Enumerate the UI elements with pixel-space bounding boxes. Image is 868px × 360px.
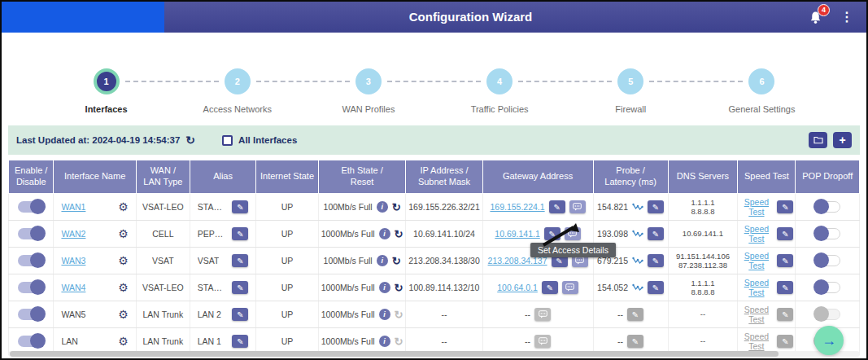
speed-test-link[interactable]: Speed Test: [739, 197, 773, 217]
edit-pencil-icon[interactable]: ✎: [648, 281, 664, 294]
next-step-fab[interactable]: →: [814, 326, 844, 355]
edit-pencil-icon[interactable]: ✎: [648, 200, 664, 213]
cell-ip-address: 213.208.34.138/30: [406, 248, 482, 274]
enable-toggle[interactable]: [18, 336, 44, 347]
reset-icon[interactable]: ↻: [392, 255, 401, 267]
gateway-link[interactable]: 169.155.224.1: [490, 202, 544, 212]
step-general-settings[interactable]: 6General Settings: [696, 68, 827, 125]
cell-interface-name: WAN1⚙: [54, 194, 136, 221]
cell-pop-dropoff: [796, 221, 860, 248]
settings-gear-icon[interactable]: ⚙: [118, 335, 129, 348]
edit-pencil-icon[interactable]: ✎: [777, 281, 793, 294]
cell-alias: LAN 2✎: [190, 301, 256, 328]
cell-enable-disable: [9, 274, 54, 301]
edit-pencil-icon[interactable]: ✎: [648, 254, 664, 267]
step-access-networks[interactable]: 2Access Networks: [172, 68, 303, 125]
cell-alias: STARLINK P...✎: [190, 274, 256, 301]
pop-dropoff-toggle[interactable]: [814, 282, 840, 293]
group-view-button[interactable]: [809, 132, 827, 148]
interface-name-link[interactable]: WAN4: [61, 283, 85, 292]
cell-interface-name: WAN4⚙: [54, 274, 136, 301]
edit-pencil-icon[interactable]: ✎: [232, 227, 248, 240]
step-traffic-policies[interactable]: 4Traffic Policies: [434, 68, 565, 125]
reset-icon[interactable]: ↻: [395, 228, 403, 240]
cell-speed-test: Speed Test✎: [738, 248, 796, 274]
settings-gear-icon[interactable]: ⚙: [118, 227, 129, 240]
edit-pencil-icon[interactable]: ✎: [232, 254, 248, 267]
enable-toggle[interactable]: [18, 255, 44, 266]
cell-ip-address: 100.89.114.132/10: [406, 274, 482, 301]
step-wan-profiles[interactable]: 3WAN Profiles: [303, 68, 434, 125]
add-interface-button[interactable]: +: [833, 132, 852, 148]
access-details-icon[interactable]: [569, 200, 586, 213]
edit-pencil-icon[interactable]: ✎: [542, 281, 558, 294]
step-label: Interfaces: [41, 104, 172, 114]
kebab-menu-icon[interactable]: ⋮: [840, 11, 853, 24]
cell-speed-test: Speed Test✎: [738, 274, 796, 301]
latency-chart-icon[interactable]: [632, 283, 643, 292]
dns-server: 1.1.1.1: [670, 198, 736, 207]
alias-text: STARLINK P...: [198, 283, 229, 292]
reset-icon[interactable]: ↻: [395, 282, 403, 294]
cell-dns-servers: 91.151.144.10687.238.112.38: [668, 248, 738, 274]
latency-chart-icon[interactable]: [632, 229, 643, 239]
pop-dropoff-toggle[interactable]: [814, 228, 840, 239]
cell-speed-test: Speed Test✎: [738, 301, 796, 328]
gateway-link[interactable]: 10.69.141.1: [495, 229, 539, 239]
enable-toggle[interactable]: [18, 228, 44, 239]
info-icon[interactable]: i: [379, 336, 390, 347]
latency-chart-icon[interactable]: [632, 256, 643, 266]
info-icon[interactable]: i: [379, 309, 390, 320]
interface-name-link[interactable]: WAN1: [61, 202, 85, 212]
edit-pencil-icon[interactable]: ✎: [777, 200, 793, 213]
enable-toggle[interactable]: [18, 309, 44, 320]
cell-alias: PEPWAVE✎: [190, 221, 256, 248]
alias-text: LAN 1: [198, 336, 221, 346]
all-interfaces-checkbox[interactable]: [222, 135, 233, 146]
step-number: 3: [355, 68, 382, 94]
edit-pencil-icon[interactable]: ✎: [549, 200, 565, 213]
refresh-icon[interactable]: ↻: [185, 134, 195, 147]
edit-pencil-icon[interactable]: ✎: [648, 227, 664, 240]
speed-test-link[interactable]: Speed Test: [739, 251, 773, 270]
interface-name-link[interactable]: WAN2: [61, 229, 85, 239]
access-details-icon[interactable]: [562, 281, 578, 294]
settings-gear-icon[interactable]: ⚙: [118, 200, 129, 213]
horizontal-scrollbar-thumb[interactable]: [10, 351, 779, 357]
enable-toggle[interactable]: [18, 201, 44, 213]
edit-pencil-icon[interactable]: ✎: [232, 281, 248, 294]
probe-value: 154.821: [597, 202, 628, 212]
edit-pencil-icon[interactable]: ✎: [777, 227, 793, 240]
settings-gear-icon[interactable]: ⚙: [118, 308, 129, 321]
info-icon[interactable]: i: [377, 201, 388, 213]
latency-chart-icon[interactable]: [632, 202, 643, 212]
step-firewall[interactable]: 5Firewall: [565, 68, 696, 125]
reset-icon[interactable]: ↻: [392, 201, 401, 213]
interface-name-link[interactable]: WAN3: [61, 256, 85, 266]
step-number: 6: [748, 68, 774, 94]
step-interfaces[interactable]: 1Interfaces: [41, 68, 172, 125]
interface-name-text: WAN5: [61, 310, 85, 319]
speed-test-link[interactable]: Speed Test: [739, 224, 773, 244]
settings-gear-icon[interactable]: ⚙: [118, 281, 129, 294]
edit-pencil-icon[interactable]: ✎: [232, 308, 248, 321]
notifications-button[interactable]: 4: [809, 11, 822, 24]
info-icon[interactable]: i: [379, 228, 390, 239]
column-header: Alias: [190, 160, 256, 194]
cell-enable-disable: [9, 301, 54, 328]
settings-gear-icon[interactable]: ⚙: [118, 254, 129, 267]
cell-gateway-address: 169.155.224.1✎: [482, 194, 593, 221]
info-icon[interactable]: i: [379, 282, 390, 293]
edit-pencil-icon[interactable]: ✎: [777, 254, 793, 267]
cell-alias: STARLINK ...✎: [190, 194, 256, 221]
enable-toggle[interactable]: [18, 282, 44, 293]
info-icon[interactable]: i: [377, 255, 388, 266]
edit-pencil-icon[interactable]: ✎: [232, 335, 248, 348]
edit-pencil-icon[interactable]: ✎: [232, 200, 248, 213]
toggle-knob: [30, 226, 46, 241]
column-header: Interface Name: [54, 160, 136, 194]
pop-dropoff-toggle[interactable]: [814, 201, 840, 213]
pop-dropoff-toggle[interactable]: [814, 255, 840, 266]
gateway-link[interactable]: 100.64.0.1: [497, 283, 538, 292]
speed-test-link[interactable]: Speed Test: [739, 278, 773, 297]
